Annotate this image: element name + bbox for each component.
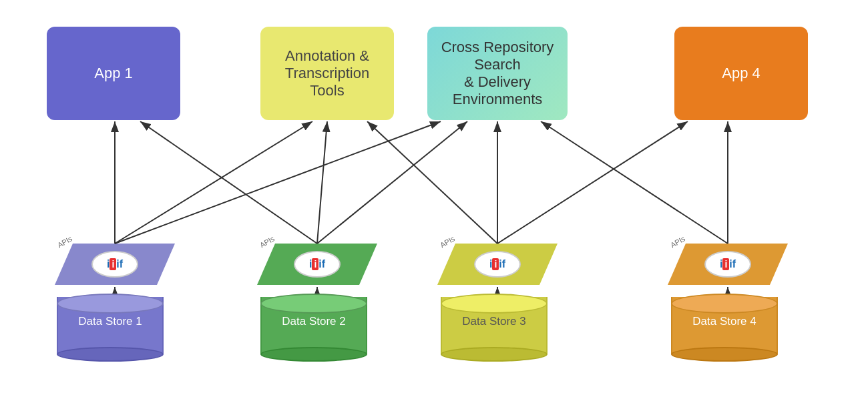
arrow-api2-app1	[140, 121, 317, 244]
arrow-api2-app2	[317, 121, 327, 244]
app4-label: App 4	[722, 65, 761, 82]
datastore2-label: Data Store 2	[282, 315, 345, 328]
datastore1-label: Data Store 1	[78, 315, 142, 328]
arrow-api2-app3	[317, 121, 467, 244]
datastore2-cylinder: Data Store 2	[260, 294, 367, 328]
app4-box: App 4	[674, 27, 808, 120]
iiif-logo-2: iiif	[294, 251, 341, 278]
arrow-api1-app2	[115, 121, 312, 244]
arrow-api1-app3	[115, 121, 441, 244]
app3-label: Cross Repository Search& Delivery Enviro…	[434, 39, 561, 108]
app2-box: Annotation &Transcription Tools	[260, 27, 394, 120]
arrow-api4-app3	[541, 121, 728, 244]
apis-label-4: APIs	[669, 234, 686, 249]
arrow-api3-app4	[497, 121, 688, 244]
datastore3-label: Data Store 3	[462, 315, 525, 328]
apis-label-2: APIs	[258, 234, 276, 249]
iiif-logo-4: iiif	[704, 251, 751, 278]
datastore4-label: Data Store 4	[692, 315, 756, 328]
iiif-logo-1: iiif	[91, 251, 138, 278]
datastore1-cylinder: Data Store 1	[57, 294, 164, 328]
iiif-logo-3: iiif	[474, 251, 521, 278]
app2-label: Annotation &Transcription Tools	[267, 47, 387, 99]
apis-label-1: APIs	[56, 234, 73, 249]
app3-box: Cross Repository Search& Delivery Enviro…	[427, 27, 568, 120]
datastore4-cylinder: Data Store 4	[671, 294, 778, 328]
architecture-diagram: App 1 Annotation &Transcription Tools Cr…	[0, 0, 868, 419]
datastore3-cylinder: Data Store 3	[441, 294, 548, 328]
apis-label-3: APIs	[439, 234, 456, 249]
app1-label: App 1	[94, 65, 133, 82]
app1-box: App 1	[47, 27, 180, 120]
arrow-api3-app2	[367, 121, 497, 244]
